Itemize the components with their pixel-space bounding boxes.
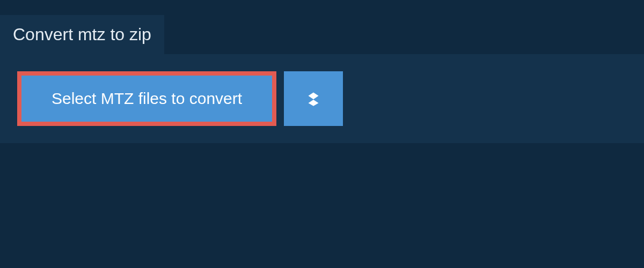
select-files-button[interactable]: Select MTZ files to convert	[17, 71, 276, 126]
button-row: Select MTZ files to convert	[17, 71, 627, 126]
dropbox-button[interactable]	[284, 71, 343, 126]
conversion-tab: Convert mtz to zip	[0, 15, 164, 54]
upload-panel: Select MTZ files to convert	[0, 54, 644, 143]
tab-title: Convert mtz to zip	[13, 25, 151, 44]
select-files-label: Select MTZ files to convert	[52, 90, 242, 108]
dropbox-icon	[303, 87, 324, 110]
